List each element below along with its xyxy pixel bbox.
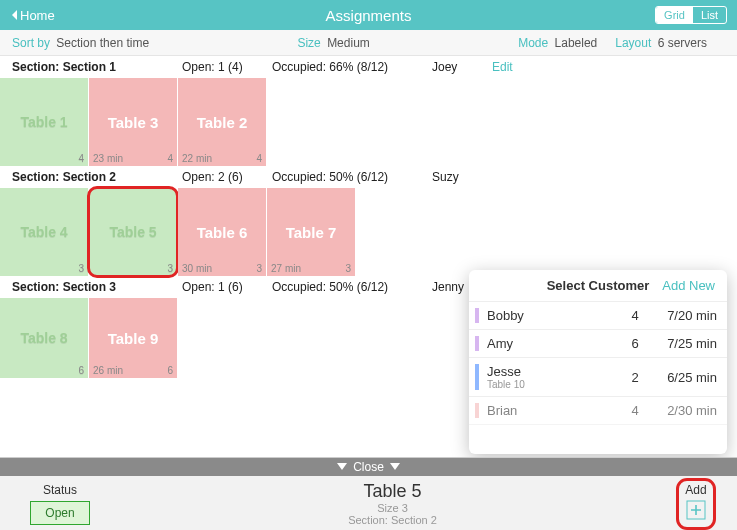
priority-stripe	[475, 308, 479, 323]
status-column: Status Open	[0, 483, 120, 525]
table-size: Size 3	[120, 502, 665, 514]
section-open-count: Open: 1 (4)	[182, 60, 272, 74]
wait-time: 7/20 min	[655, 308, 717, 323]
customer-name: Amy	[487, 336, 615, 351]
section-server: Joey	[432, 60, 492, 74]
section-occupied: Occupied: 66% (8/12)	[272, 60, 432, 74]
close-label: Close	[353, 460, 384, 474]
mode-control[interactable]: Mode Labeled	[518, 36, 597, 50]
wait-time: 6/25 min	[655, 370, 717, 385]
add-new-customer-button[interactable]: Add New	[662, 278, 715, 293]
add-column: Add	[665, 481, 737, 527]
table-tile-selected[interactable]: Table 53	[89, 188, 177, 276]
table-name: Table 5	[120, 481, 665, 502]
party-size: 4	[615, 403, 655, 418]
status-open-button[interactable]: Open	[30, 501, 89, 525]
priority-stripe	[475, 403, 479, 418]
party-size: 4	[615, 308, 655, 323]
status-heading: Status	[0, 483, 120, 497]
party-size: 2	[615, 370, 655, 385]
size-control[interactable]: Size Medium	[297, 36, 369, 50]
tables-row: Table 14 Table 323 min4 Table 222 min4	[0, 78, 737, 166]
table-tile[interactable]: Table 926 min6	[89, 298, 177, 378]
view-list-button[interactable]: List	[693, 7, 726, 23]
table-tile[interactable]: Table 222 min4	[178, 78, 266, 166]
add-customer-button[interactable]	[685, 499, 707, 521]
table-tile[interactable]: Table 727 min3	[267, 188, 355, 276]
customer-list[interactable]: Bobby 4 7/20 min Amy 6 7/25 min Jesse Ta…	[469, 302, 727, 454]
section-server: Suzy	[432, 170, 492, 184]
section-name: Section: Section 3	[12, 280, 182, 294]
section-occupied: Occupied: 50% (6/12)	[272, 280, 432, 294]
priority-stripe	[475, 364, 479, 390]
section-header: Section: Section 1 Open: 1 (4) Occupied:…	[0, 56, 737, 78]
wait-time: 2/30 min	[655, 403, 717, 418]
page-title: Assignments	[0, 7, 737, 24]
edit-button[interactable]: Edit	[492, 60, 513, 74]
layout-control[interactable]: Layout 6 servers	[615, 36, 707, 50]
customer-sub: Table 10	[487, 379, 615, 390]
filter-bar: Sort by Section then time Size Medium Mo…	[0, 30, 737, 56]
close-panel-button[interactable]: Close	[0, 458, 737, 476]
add-heading: Add	[685, 483, 707, 497]
plus-icon	[686, 500, 706, 520]
chevron-left-icon	[10, 9, 20, 21]
table-tile[interactable]: Table 14	[0, 78, 88, 166]
home-button[interactable]: Home	[10, 8, 55, 23]
panel-content: Status Open Table 5 Size 3 Section: Sect…	[0, 476, 737, 530]
priority-stripe	[475, 336, 479, 351]
section-open-count: Open: 1 (6)	[182, 280, 272, 294]
customer-list-item[interactable]: Jesse Table 10 2 6/25 min	[469, 358, 727, 397]
party-size: 6	[615, 336, 655, 351]
chevron-down-icon	[337, 463, 347, 471]
header-bar: Home Assignments Grid List	[0, 0, 737, 30]
customer-name: Jesse Table 10	[487, 364, 615, 390]
popover-header: Select Customer Add New	[469, 270, 727, 302]
section-header: Section: Section 2 Open: 2 (6) Occupied:…	[0, 166, 737, 188]
view-grid-button[interactable]: Grid	[656, 7, 693, 23]
table-tile[interactable]: Table 43	[0, 188, 88, 276]
sort-control[interactable]: Sort by Section then time	[12, 36, 149, 50]
select-customer-popover: Select Customer Add New Bobby 4 7/20 min…	[469, 270, 727, 454]
table-info: Table 5 Size 3 Section: Section 2	[120, 481, 665, 526]
customer-list-item[interactable]: Bobby 4 7/20 min	[469, 302, 727, 330]
tables-row: Table 43 Table 53 Table 630 min3 Table 7…	[0, 188, 737, 276]
add-callout: Add	[679, 481, 713, 527]
table-tile[interactable]: Table 323 min4	[89, 78, 177, 166]
customer-name: Brian	[487, 403, 615, 418]
customer-list-item[interactable]: Brian 4 2/30 min	[469, 397, 727, 425]
home-label: Home	[20, 8, 55, 23]
section-name: Section: Section 2	[12, 170, 182, 184]
view-toggle: Grid List	[655, 6, 727, 24]
table-section: Section: Section 2	[120, 514, 665, 526]
wait-time: 7/25 min	[655, 336, 717, 351]
customer-list-item[interactable]: Amy 6 7/25 min	[469, 330, 727, 358]
section-open-count: Open: 2 (6)	[182, 170, 272, 184]
table-tile[interactable]: Table 630 min3	[178, 188, 266, 276]
chevron-down-icon	[390, 463, 400, 471]
section-occupied: Occupied: 50% (6/12)	[272, 170, 432, 184]
section-name: Section: Section 1	[12, 60, 182, 74]
table-detail-panel: Close Status Open Table 5 Size 3 Section…	[0, 457, 737, 530]
table-tile[interactable]: Table 86	[0, 298, 88, 378]
customer-name: Bobby	[487, 308, 615, 323]
